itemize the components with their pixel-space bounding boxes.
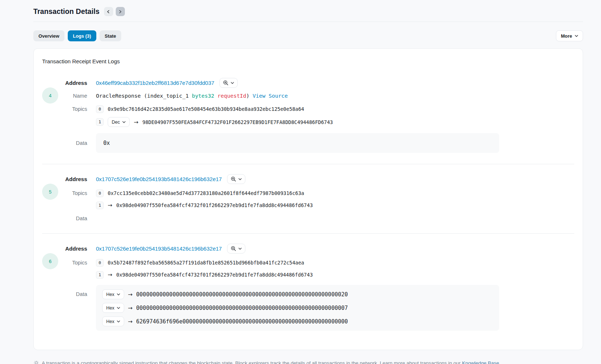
event-logs-card: Transaction Receipt Event Logs 4 Address…: [33, 48, 583, 350]
previous-transaction-button[interactable]: [104, 7, 113, 16]
log-address-link[interactable]: 0x46eff99cab332f1b2eb2ff6813d67e7d30fdd0…: [96, 78, 214, 88]
tab-logs[interactable]: Logs (3): [68, 30, 96, 41]
log-index-badge: 4: [42, 87, 58, 104]
data-format-dropdown[interactable]: Hex: [102, 303, 124, 313]
magnifier-plus-icon: [231, 176, 236, 182]
data-word-value: 0000000000000000000000000000000000000000…: [136, 291, 348, 298]
topic-value: 0x9e9bc7616d42c2835d05ae617e508454e63b30…: [108, 106, 304, 112]
address-zoom-button[interactable]: [227, 244, 245, 254]
log-index-badge: 5: [42, 184, 58, 200]
arrow-right-icon: →: [108, 271, 112, 278]
chevron-down-icon: [117, 320, 120, 323]
chevron-down-icon: [575, 35, 578, 37]
data-format-value: Hex: [106, 292, 114, 297]
tx-nav-buttons: [104, 7, 125, 16]
topic-format-dropdown[interactable]: Dec: [108, 117, 130, 127]
log-address-link[interactable]: 0x1707c526e19fe0b254193b5481426c196b632e…: [96, 244, 222, 254]
topics-label: Topics: [59, 105, 96, 113]
next-transaction-button[interactable]: [116, 7, 125, 16]
topic-index-badge: 0: [96, 189, 104, 197]
data-format-value: Hex: [106, 319, 114, 324]
page-header: Transaction Details: [33, 7, 583, 16]
topic-row-1: 1 → 0x98de04907f550fea584fcf4732f01f2662…: [96, 271, 574, 279]
arrow-right-icon: →: [128, 305, 133, 311]
data-word-value: 626974636f696e00000000000000000000000000…: [136, 318, 348, 325]
magnifier-plus-icon: [231, 246, 236, 251]
event-param-type: bytes32: [192, 93, 214, 99]
topic-row-0: 0 0x9e9bc7616d42c2835d05ae617e508454e63b…: [96, 105, 574, 113]
topic-index-badge: 0: [96, 105, 104, 113]
chevron-down-icon: [231, 82, 234, 84]
topics-label: Topics: [59, 259, 96, 267]
transaction-tip-text: A transaction is a cryptographically sig…: [42, 360, 500, 364]
topic-row-1: 1 Dec → 98DE04907F550FEA584FCF4732F01F26…: [96, 117, 574, 127]
log-index-badge: 6: [42, 253, 58, 269]
tab-bar: Overview Logs (3) State More: [33, 30, 583, 41]
data-word-row-0: Hex → 0000000000000000000000000000000000…: [102, 289, 493, 299]
knowledge-base-link[interactable]: Knowledge Base: [462, 360, 499, 364]
log-data-box: 0x: [96, 133, 499, 153]
topic-index-badge: 1: [96, 118, 104, 126]
data-word-row-1: Hex → 0000000000000000000000000000000000…: [102, 303, 493, 313]
arrow-right-icon: →: [108, 202, 112, 209]
log-address-link[interactable]: 0x1707c526e19fe0b254193b5481426c196b632e…: [96, 174, 222, 184]
arrow-right-icon: →: [128, 291, 133, 298]
topic-value: 0x98de04907f550fea584fcf4732f01f2662297e…: [116, 272, 313, 278]
topic-index-badge: 1: [96, 202, 104, 209]
data-format-value: Hex: [106, 305, 114, 311]
topic-row-1: 1 → 0x98de04907f550fea584fcf4732f01f2662…: [96, 201, 574, 209]
tab-state[interactable]: State: [100, 30, 121, 41]
event-signature: OracleResponse (index_topic_1 bytes32 re…: [96, 92, 574, 100]
chevron-down-icon: [117, 307, 120, 309]
topic-index-badge: 1: [96, 271, 104, 279]
log-entry-5: 5 Address 0x1707c526e19fe0b254193b548142…: [42, 164, 574, 233]
data-label: Data: [59, 285, 96, 304]
topic-value: 0x5b72487f892feba565865a27f191da8fb1e852…: [108, 260, 304, 266]
event-method: OracleResponse (index_topic_1: [96, 93, 192, 99]
topic-format-value: Dec: [112, 120, 120, 125]
topic-index-badge: 0: [96, 259, 104, 267]
chevron-down-icon: [238, 248, 242, 250]
transaction-tip: A transaction is a cryptographically sig…: [33, 360, 583, 364]
chevron-left-icon: [107, 10, 110, 14]
address-zoom-button[interactable]: [227, 174, 245, 184]
data-word-value: 0000000000000000000000000000000000000000…: [136, 305, 348, 311]
address-label: Address: [59, 78, 96, 88]
chevron-right-icon: [118, 10, 122, 14]
header-divider: [33, 22, 583, 22]
page-title: Transaction Details: [33, 7, 100, 16]
topic-row-0: 0 0x7cc135e0cebb02c3480ae5d74d377283180a…: [96, 189, 574, 197]
magnifier-plus-icon: [223, 80, 229, 86]
topic-row-0: 0 0x5b72487f892feba565865a27f191da8fb1e8…: [96, 259, 574, 267]
topics-label: Topics: [59, 189, 96, 197]
topic-value: 0x7cc135e0cebb02c3480ae5d74d377283180a26…: [108, 190, 304, 196]
log-entry-6: 6 Address 0x1707c526e19fe0b254193b548142…: [42, 233, 574, 335]
address-zoom-button[interactable]: [219, 78, 238, 88]
chevron-down-icon: [122, 121, 126, 123]
address-label: Address: [59, 244, 96, 254]
data-label: Data: [59, 214, 96, 222]
data-word-row-2: Hex → 626974636f696e00000000000000000000…: [102, 316, 493, 326]
data-format-dropdown[interactable]: Hex: [102, 316, 124, 326]
view-source-link[interactable]: View Source: [253, 93, 288, 99]
tab-overview[interactable]: Overview: [33, 30, 64, 41]
more-dropdown-label: More: [561, 33, 572, 39]
lightbulb-icon: [33, 360, 39, 364]
name-label: Name: [59, 92, 96, 100]
log-data-box: Hex → 0000000000000000000000000000000000…: [96, 285, 499, 331]
chevron-down-icon: [238, 178, 242, 180]
arrow-right-icon: →: [128, 318, 133, 325]
arrow-right-icon: →: [134, 119, 138, 125]
chevron-down-icon: [117, 293, 120, 296]
data-label: Data: [59, 133, 96, 153]
topic-value: 98DE04907F550FEA584FCF4732F01F2662297EB9…: [142, 119, 333, 125]
more-dropdown-button[interactable]: More: [556, 30, 583, 41]
data-format-dropdown[interactable]: Hex: [102, 289, 124, 299]
topic-value: 0x98de04907f550fea584fcf4732f01f2662297e…: [116, 202, 313, 208]
page-container: Transaction Details Overview Logs (3) St…: [33, 0, 583, 364]
address-label: Address: [59, 174, 96, 184]
log-entry-4: 4 Address 0x46eff99cab332f1b2eb2ff6813d6…: [42, 68, 574, 164]
card-heading: Transaction Receipt Event Logs: [42, 57, 574, 64]
event-param-name: requestId: [218, 93, 246, 99]
